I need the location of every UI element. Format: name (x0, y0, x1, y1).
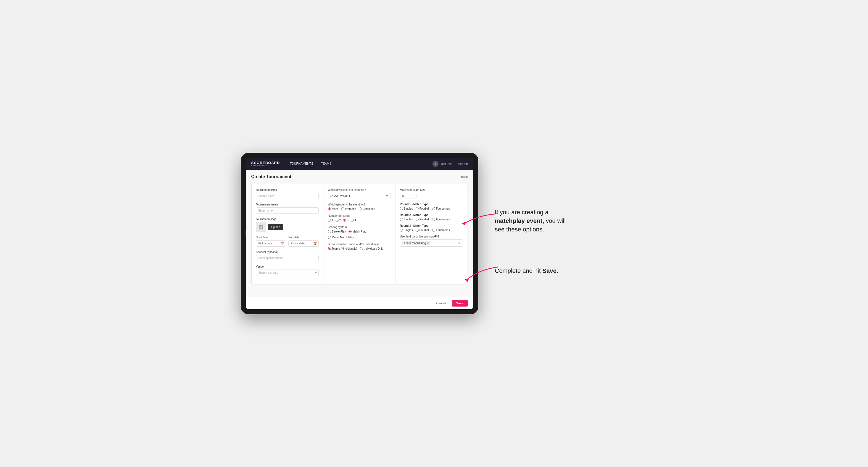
scoring-match-label: Match Play (352, 230, 366, 233)
page-title: Create Tournament (251, 174, 291, 179)
user-name: Test User (441, 162, 453, 165)
tablet-screen: SCOREBOARD Powered by clippit TOURNAMENT… (246, 158, 473, 309)
venue-label: Venue (256, 265, 319, 268)
round-3[interactable]: 3 (343, 219, 348, 222)
powered-by-text: Powered by clippit (251, 165, 280, 166)
api-tag: Leaderboard King × (402, 241, 431, 245)
cancel-button[interactable]: Cancel (433, 300, 449, 307)
api-tag-close-icon[interactable]: × (427, 241, 429, 245)
division-label: Which division is the event for? (328, 188, 391, 191)
tournament-host-input[interactable] (256, 193, 319, 199)
sponsor-input[interactable] (256, 255, 319, 261)
tournament-host-label: Tournament Host (256, 188, 319, 191)
round-4-label: 4 (354, 219, 356, 222)
round1-singles[interactable]: Singles (400, 207, 413, 210)
round1-fourball[interactable]: Fourball (415, 207, 429, 210)
round1-label: Round 1 - Match Type (400, 203, 463, 206)
date-row: Start date 📅 End date (256, 236, 319, 247)
round3-foursomes-label: Foursomes (436, 229, 450, 232)
annotation-bottom-text: Complete and hit Save. (495, 267, 567, 275)
gender-mens-label: Mens (332, 208, 338, 211)
gender-womens[interactable]: Womens (341, 208, 356, 211)
scoring-medal[interactable]: Medal Match Play (328, 236, 353, 239)
round2-match-type: Round 2 - Match Type Singles Fourball (400, 214, 463, 221)
tournament-name-group: Tournament name (256, 203, 319, 214)
scoring-label: Scoring system (328, 226, 391, 229)
start-date-label: Start date (256, 236, 286, 239)
teams-radio-group: Teams (+Individuals) Individuals Only (328, 247, 391, 250)
back-link[interactable]: ← Back (457, 175, 468, 178)
round2-singles[interactable]: Singles (400, 218, 413, 221)
round3-fourball-label: Fourball (420, 229, 429, 232)
pipe-separator: | (455, 162, 456, 165)
api-select-wrap[interactable]: Leaderboard King × ▼ (400, 240, 463, 247)
page-header: Create Tournament ← Back (251, 174, 468, 179)
api-group: Use third-party live scoring API? Leader… (400, 235, 463, 247)
round-1[interactable]: 1 (328, 219, 333, 222)
logo-upload-area: Upload (256, 222, 319, 232)
venue-select[interactable]: Search golf club (256, 270, 319, 276)
save-button[interactable]: Save (452, 300, 468, 307)
round1-radio-group: Singles Fourball Foursomes (400, 207, 463, 210)
start-date-wrap: 📅 (256, 240, 286, 247)
scoring-radio-group: Stroke Play Match Play Medal Match Play (328, 230, 391, 239)
round2-fourball[interactable]: Fourball (415, 218, 429, 221)
calendar-icon-end: 📅 (313, 242, 317, 245)
round3-radio-group: Singles Fourball Foursomes (400, 229, 463, 232)
gender-group: Which gender is the event for? Mens Wome… (328, 203, 391, 211)
round2-fourball-label: Fourball (420, 218, 429, 221)
api-label: Use third-party live scoring API? (400, 235, 463, 238)
main-content: Create Tournament ← Back Tournament Host… (246, 170, 473, 297)
scoring-stroke-label: Stroke Play (332, 230, 346, 233)
max-team-group: Maximum Team Size (400, 188, 463, 199)
nav-teams[interactable]: TEAMS (318, 160, 335, 167)
division-select[interactable]: NCAA Division I (328, 193, 391, 199)
navbar-right: T Test User | Sign out (432, 161, 468, 167)
teams-option[interactable]: Teams (+Individuals) (328, 247, 357, 250)
gender-mens[interactable]: Mens (328, 208, 338, 211)
form-col-left: Tournament Host Tournament name Tourname… (252, 184, 324, 284)
gender-label: Which gender is the event for? (328, 203, 391, 206)
round-1-label: 1 (332, 219, 333, 222)
round1-match-type: Round 1 - Match Type Singles Fourball (400, 203, 463, 210)
svg-point-1 (260, 226, 260, 227)
round3-singles[interactable]: Singles (400, 229, 413, 232)
nav-tournaments[interactable]: TOURNAMENTS (286, 160, 316, 167)
upload-button[interactable]: Upload (268, 224, 284, 230)
round1-fourball-label: Fourball (420, 207, 429, 210)
navbar-links: TOURNAMENTS TEAMS (286, 160, 335, 167)
venue-select-wrap: Search golf club ▼ (256, 270, 319, 276)
annotation-top-text: If you are creating a matchplay event, y… (495, 208, 567, 234)
bottom-annotation-container: Complete and hit Save. (495, 256, 627, 275)
rounds-label: Number of rounds (328, 214, 391, 217)
end-date-label: End date (288, 236, 319, 239)
form-grid: Tournament Host Tournament name Tourname… (251, 184, 468, 284)
round-3-label: 3 (347, 219, 348, 222)
round3-fourball[interactable]: Fourball (415, 229, 429, 232)
round-4[interactable]: 4 (351, 219, 356, 222)
round-2[interactable]: 2 (336, 219, 341, 222)
gender-combined[interactable]: Combined (359, 208, 375, 211)
form-col-middle: Which division is the event for? NCAA Di… (323, 184, 396, 284)
chevron-down-api-icon: ▼ (458, 242, 461, 244)
round3-foursomes[interactable]: Foursomes (432, 229, 450, 232)
tournament-name-input[interactable] (256, 208, 319, 214)
individuals-option-label: Individuals Only (364, 247, 383, 250)
tablet-side-button (245, 230, 246, 237)
brand: SCOREBOARD Powered by clippit (251, 161, 280, 166)
start-date-group: Start date 📅 (256, 236, 286, 247)
calendar-icon: 📅 (281, 242, 284, 245)
division-group: Which division is the event for? NCAA Di… (328, 188, 391, 199)
round1-foursomes[interactable]: Foursomes (432, 207, 450, 210)
tablet-device: SCOREBOARD Powered by clippit TOURNAMENT… (241, 153, 478, 314)
max-team-input[interactable] (400, 193, 416, 199)
sponsor-label: Sponsor (optional) (256, 250, 319, 253)
round2-singles-label: Singles (404, 218, 413, 221)
individuals-option[interactable]: Individuals Only (360, 247, 383, 250)
form-footer: Cancel Save (246, 297, 473, 309)
scoring-match[interactable]: Match Play (348, 230, 366, 233)
svg-marker-2 (462, 221, 466, 225)
scoring-stroke[interactable]: Stroke Play (328, 230, 346, 233)
round2-foursomes[interactable]: Foursomes (432, 218, 450, 221)
sign-out-link[interactable]: Sign out (458, 162, 468, 165)
